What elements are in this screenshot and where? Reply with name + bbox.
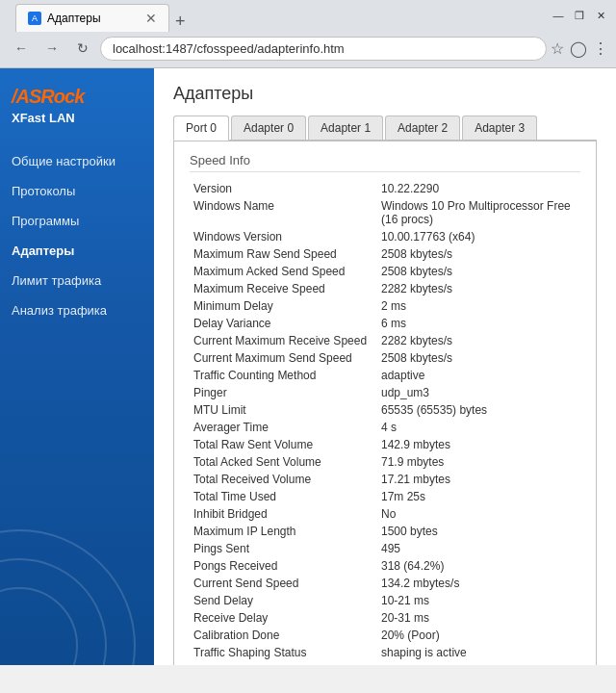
row-value: adaptive (377, 367, 580, 384)
tab-adapter-0[interactable]: Adapter 0 (231, 116, 306, 140)
back-button[interactable]: ← (8, 35, 35, 62)
row-value: 134.2 mbytes/s (377, 575, 580, 592)
row-value: 65535 (65535) bytes (377, 401, 580, 419)
page-title: Адаптеры (173, 84, 597, 104)
close-button[interactable]: ✕ (593, 8, 608, 23)
row-value: 2508 kbytes/s (377, 263, 580, 280)
row-value: 10-21 ms (377, 592, 580, 609)
row-key: Windows Version (190, 228, 377, 245)
tab-port-0[interactable]: Port 0 (173, 116, 229, 141)
browser-tab[interactable]: A Адаптеры ✕ (15, 4, 169, 32)
row-value: udp_um3 (377, 384, 580, 401)
table-row: Traffic Counting Methodadaptive (190, 367, 580, 384)
row-value: Windows 10 Pro Multiprocessor Free (16 p… (377, 197, 580, 228)
table-row: Version10.22.2290 (190, 180, 580, 197)
row-key: Version (190, 180, 377, 197)
row-key: Delay Variance (190, 315, 377, 332)
sidebar: /ASRock XFast LAN Общие настройкиПротоко… (0, 68, 154, 665)
row-key: Maximum Raw Send Speed (190, 245, 377, 263)
table-row: Current Maximum Send Speed2508 kbytes/s (190, 349, 580, 367)
table-row: Pings Sent495 (190, 540, 580, 557)
row-key: Maximum Acked Send Speed (190, 263, 377, 280)
row-key: MTU Limit (190, 401, 377, 419)
table-row: Averager Time4 s (190, 419, 580, 436)
row-value: 4 s (377, 419, 580, 436)
sidebar-item-протоколы[interactable]: Протоколы (0, 176, 154, 206)
tab-close-button[interactable]: ✕ (145, 11, 157, 26)
table-row: Windows Version10.00.17763 (x64) (190, 228, 580, 245)
table-row: Maximum Raw Send Speed2508 kbytes/s (190, 245, 580, 263)
menu-icon[interactable]: ⋮ (593, 39, 608, 58)
row-value: 71.9 mbytes (377, 453, 580, 471)
row-key: Receive Delay (190, 609, 377, 627)
row-value: 20% (Poor) (377, 627, 580, 644)
row-key: Total Raw Sent Volume (190, 436, 377, 453)
row-key: Current Send Speed (190, 575, 377, 592)
row-key: Windows Name (190, 197, 377, 228)
row-value: 20-31 ms (377, 609, 580, 627)
table-row: Windows NameWindows 10 Pro Multiprocesso… (190, 197, 580, 228)
logo-area: /ASRock XFast LAN (0, 68, 154, 137)
tab-adapter-2[interactable]: Adapter 2 (385, 116, 460, 140)
row-value: 2508 kbytes/s (377, 245, 580, 263)
row-key: Pings Sent (190, 540, 377, 557)
row-value: 10.22.2290 (377, 180, 580, 197)
row-key: Averager Time (190, 419, 377, 436)
row-value: 2282 kbytes/s (377, 280, 580, 297)
bookmark-icon[interactable]: ☆ (551, 39, 564, 58)
tabs-bar: Port 0Adapter 0Adapter 1Adapter 2Adapter… (173, 116, 597, 141)
row-value: shaping is active (377, 644, 580, 661)
row-key: Current Maximum Receive Speed (190, 332, 377, 349)
restore-button[interactable]: ❒ (572, 8, 587, 23)
table-row: Total Raw Sent Volume142.9 mbytes (190, 436, 580, 453)
row-value: 142.9 mbytes (377, 436, 580, 453)
svg-point-1 (0, 559, 106, 665)
row-key: Send Delay (190, 592, 377, 609)
table-row: Delay Variance6 ms (190, 315, 580, 332)
xfast-lan-logo: XFast LAN (12, 111, 142, 125)
row-value: 495 (377, 540, 580, 557)
tab-adapter-1[interactable]: Adapter 1 (308, 116, 383, 140)
table-row: Pingerudp_um3 (190, 384, 580, 401)
row-key: Maximum IP Length (190, 523, 377, 540)
tab-adapter-3[interactable]: Adapter 3 (462, 116, 537, 140)
table-row: Current Send Speed134.2 mbytes/s (190, 575, 580, 592)
row-value: No (377, 505, 580, 523)
svg-point-0 (0, 530, 135, 665)
sidebar-item-общие-настройки[interactable]: Общие настройки (0, 146, 154, 176)
sidebar-item-анализ-трафика[interactable]: Анализ трафика (0, 295, 154, 325)
minimize-button[interactable]: — (551, 8, 566, 23)
table-row: Total Received Volume17.21 mbytes (190, 471, 580, 488)
section-title: Speed Info (190, 153, 580, 172)
forward-button[interactable]: → (38, 35, 65, 62)
row-key: Total Received Volume (190, 471, 377, 488)
table-row: Receive Delay20-31 ms (190, 609, 580, 627)
table-row: MTU Limit65535 (65535) bytes (190, 401, 580, 419)
refresh-button[interactable]: ↻ (69, 35, 96, 62)
table-row: Inhibit BridgedNo (190, 505, 580, 523)
asrock-logo: /ASRock (12, 84, 142, 109)
sidebar-decoration (0, 473, 154, 665)
row-key: Minimum Delay (190, 297, 377, 315)
row-key: Maximum Receive Speed (190, 280, 377, 297)
table-row: Total Time Used17m 25s (190, 488, 580, 505)
row-value: 10.00.17763 (x64) (377, 228, 580, 245)
table-row: Current Maximum Receive Speed2282 kbytes… (190, 332, 580, 349)
row-key: Traffic Shaping Status (190, 644, 377, 661)
sidebar-item-программы[interactable]: Программы (0, 206, 154, 236)
row-key: Inhibit Bridged (190, 505, 377, 523)
new-tab-button[interactable]: + (175, 12, 186, 32)
account-icon[interactable]: ◯ (570, 39, 587, 58)
row-key: Total Acked Sent Volume (190, 453, 377, 471)
table-row: Send Delay10-21 ms (190, 592, 580, 609)
address-bar-input[interactable]: localhost:1487/cfosspeed/adapterinfo.htm (100, 37, 547, 61)
sidebar-item-лимит-трафика[interactable]: Лимит трафика (0, 266, 154, 295)
main-content: Адаптеры Port 0Adapter 0Adapter 1Adapter… (154, 68, 616, 665)
tab-title: Адаптеры (47, 12, 101, 25)
row-value: 2508 kbytes/s (377, 349, 580, 367)
row-value: 318 (64.2%) (377, 557, 580, 575)
table-row: Maximum Acked Send Speed2508 kbytes/s (190, 263, 580, 280)
sidebar-item-адаптеры[interactable]: Адаптеры (0, 236, 154, 266)
row-value: 1500 bytes (377, 523, 580, 540)
row-value: 17m 25s (377, 488, 580, 505)
